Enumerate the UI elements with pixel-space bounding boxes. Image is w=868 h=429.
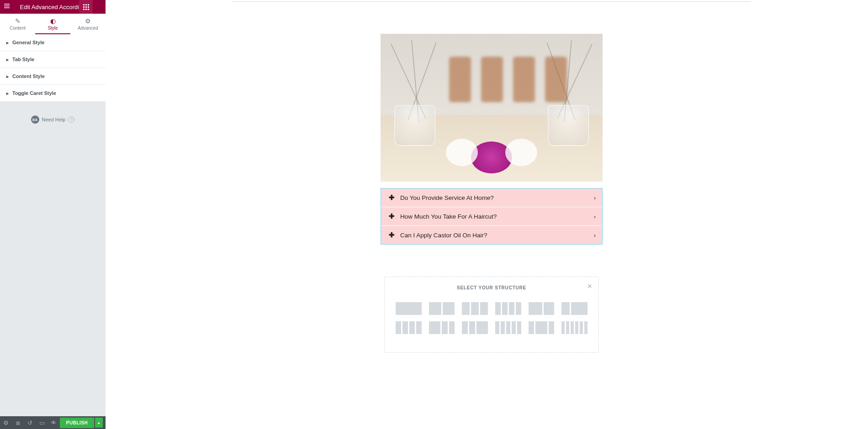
preview-icon[interactable]: 👁 [48, 416, 60, 429]
history-icon[interactable]: ↺ [24, 416, 36, 429]
structure-option-5col[interactable] [495, 321, 521, 334]
section-content-style[interactable]: ▸ Content Style [0, 68, 106, 85]
structure-option-right-wide[interactable] [561, 302, 587, 315]
settings-icon[interactable]: ⚙ [0, 416, 12, 429]
structure-title: SELECT YOUR STRUCTURE [396, 285, 587, 290]
accordion-item[interactable]: ✚ Do You Provide Service At Home? › [381, 188, 602, 207]
structure-option-2col[interactable] [429, 302, 455, 315]
tab-advanced[interactable]: ⚙ Advanced [70, 14, 106, 34]
structure-option-3col[interactable] [462, 302, 488, 315]
gear-icon: ⚙ [70, 17, 106, 25]
sidebar-header: Edit Advanced Accordion [0, 0, 106, 14]
advanced-accordion-widget[interactable]: ✚ Do You Provide Service At Home? › ✚ Ho… [381, 188, 603, 245]
sidebar-tabs: ✎ Content ◐ Style ⚙ Advanced [0, 14, 106, 34]
style-sections: ▸ General Style ▸ Tab Style ▸ Content St… [0, 34, 106, 102]
editor-sidebar: Edit Advanced Accordion ✎ Content ◐ Styl… [0, 0, 106, 429]
help-icon: ? [68, 116, 74, 123]
plus-icon: ✚ [388, 231, 395, 239]
caret-right-icon: ▸ [6, 91, 9, 96]
tab-label: Advanced [78, 26, 98, 31]
accordion-title: How Much You Take For A Haircut? [400, 213, 497, 220]
structure-option-1col[interactable] [396, 302, 422, 315]
widgets-grid-button[interactable] [79, 0, 93, 14]
accordion-item[interactable]: ✚ Can I Apply Castor Oil On Hair? › [381, 225, 602, 244]
chevron-right-icon: › [594, 194, 596, 201]
section-label: Content Style [12, 73, 45, 79]
help-label: Need Help [42, 117, 66, 122]
structure-option-left-wide[interactable] [529, 302, 555, 315]
sidebar-title: Edit Advanced Accordion [20, 4, 86, 10]
section-general-style[interactable]: ▸ General Style [0, 34, 106, 51]
publish-button[interactable]: PUBLISH [60, 418, 94, 428]
structure-option[interactable] [462, 321, 488, 334]
caret-right-icon: ▸ [6, 40, 9, 45]
accordion-title: Do You Provide Service At Home? [400, 194, 494, 201]
menu-button[interactable] [4, 3, 10, 10]
section-label: Tab Style [12, 57, 34, 62]
tab-label: Content [10, 26, 26, 31]
section-label: Toggle Caret Style [12, 90, 56, 96]
structure-selector: × SELECT YOUR STRUCTURE [384, 277, 599, 353]
ea-badge: EA [31, 115, 39, 124]
help-row[interactable]: EA Need Help ? [0, 102, 106, 137]
section-toggle-caret-style[interactable]: ▸ Toggle Caret Style [0, 85, 106, 102]
chevron-right-icon: › [594, 232, 596, 239]
accordion-item[interactable]: ✚ How Much You Take For A Haircut? › [381, 207, 602, 225]
tab-label: Style [48, 26, 58, 31]
section-tab-style[interactable]: ▸ Tab Style [0, 51, 106, 68]
chevron-right-icon: › [594, 213, 596, 220]
responsive-icon[interactable]: ▭ [36, 416, 48, 429]
plus-icon: ✚ [388, 194, 395, 202]
section-label: General Style [12, 40, 44, 45]
editor-canvas: ✚ Do You Provide Service At Home? › ✚ Ho… [106, 0, 868, 429]
caret-right-icon: ▸ [6, 57, 9, 62]
structure-option[interactable] [529, 321, 555, 334]
sidebar-footer: ⚙ ≣ ↺ ▭ 👁 PUBLISH ▴ [0, 416, 106, 429]
tab-style[interactable]: ◐ Style [35, 14, 70, 34]
hero-image [381, 34, 603, 182]
structure-option[interactable] [429, 321, 455, 334]
navigator-icon[interactable]: ≣ [12, 416, 24, 429]
plus-icon: ✚ [388, 212, 395, 220]
publish-options-button[interactable]: ▴ [95, 418, 103, 428]
structure-option-4col[interactable] [495, 302, 521, 315]
structure-option-6col[interactable] [561, 321, 587, 334]
tab-content[interactable]: ✎ Content [0, 14, 35, 34]
pencil-icon: ✎ [0, 17, 35, 25]
close-icon[interactable]: × [587, 282, 592, 291]
contrast-icon: ◐ [35, 17, 70, 25]
structure-option[interactable] [396, 321, 422, 334]
section-divider [232, 0, 751, 2]
caret-right-icon: ▸ [6, 74, 9, 79]
accordion-title: Can I Apply Castor Oil On Hair? [400, 232, 487, 239]
